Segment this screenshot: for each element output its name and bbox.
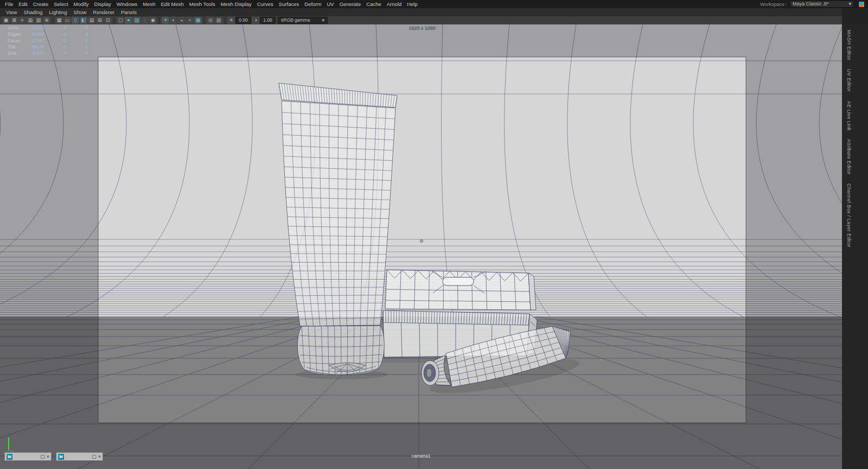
toolbar-separator <box>225 17 225 24</box>
hud-value: 85996 <box>25 31 44 38</box>
hud-value: 0 <box>44 44 66 50</box>
isolate-select-icon[interactable]: ◎ <box>207 17 214 24</box>
use-default-material-icon[interactable]: ◌ <box>141 17 149 24</box>
hud-label: Faces: <box>8 38 25 45</box>
select-camera-icon[interactable]: ▣ <box>2 17 10 24</box>
two-d-pan-zoom-icon[interactable]: ⊕ <box>43 17 50 24</box>
menu-deform[interactable]: Deform <box>302 1 324 7</box>
menu-edit-mesh[interactable]: Edit Mesh <box>158 1 187 7</box>
menu-arnold[interactable]: Arnold <box>384 1 404 7</box>
panel-menu-shading[interactable]: Shading <box>20 9 46 15</box>
right-tool-strip: MASH Editor UV Editor AE Live Link Attri… <box>842 24 868 469</box>
viewport-canvas[interactable] <box>0 24 842 469</box>
maya-logo-icon: M <box>7 454 12 460</box>
textured-icon[interactable]: ▨ <box>133 17 141 24</box>
exposure-field[interactable]: 0.00 <box>235 17 251 24</box>
menu-surfaces[interactable]: Surfaces <box>276 1 302 7</box>
contrast-icon[interactable]: ◑ <box>252 17 259 24</box>
hud-value: 0 <box>66 50 88 57</box>
minimized-window-1[interactable]: M ▢ × <box>4 452 52 461</box>
menu-display[interactable]: Display <box>92 1 114 7</box>
menu-create[interactable]: Create <box>30 1 52 7</box>
tab-channel-box-layer-editor[interactable]: Channel Box / Layer Editor <box>846 183 852 248</box>
maya-logo-icon: M <box>58 454 64 460</box>
lights-icon[interactable]: ☀ <box>162 17 169 24</box>
close-icon[interactable]: × <box>47 454 49 459</box>
hud-row-tris: Tris: 85538 0 0 <box>8 44 88 50</box>
hud-row-faces: Faces: 42767 0 0 <box>8 38 88 45</box>
camera-name-label: camera1 <box>0 453 842 459</box>
hud-value: 85538 <box>25 44 44 50</box>
menu-mesh-tools[interactable]: Mesh Tools <box>187 1 218 7</box>
maya-application-window: { "app": { "workspace_label": "Workspace… <box>0 0 868 469</box>
viewport-panel[interactable] <box>0 24 842 469</box>
minimized-window-2[interactable]: M ▢ × <box>56 452 103 461</box>
xray-icon[interactable]: ▥ <box>215 17 222 24</box>
hud-value: 0 <box>44 50 66 57</box>
gate-mask-icon[interactable]: ◧ <box>80 17 87 24</box>
workspace-dropdown[interactable]: Maya Classic Jt* ▾ <box>790 1 854 8</box>
safe-title-icon[interactable]: ⊡ <box>104 17 112 24</box>
field-chart-icon[interactable]: ▤ <box>88 17 95 24</box>
camera-attributes-icon[interactable]: ≡ <box>18 17 26 24</box>
tab-ae-live-link[interactable]: AE Live Link <box>846 101 852 131</box>
shadows-icon[interactable]: ◐ <box>170 17 177 24</box>
exposure-icon[interactable]: ☀ <box>227 17 235 24</box>
ambient-occlusion-icon[interactable]: ◒ <box>178 17 186 24</box>
workspace-label: Workspace : <box>760 2 787 7</box>
panel-menu-show[interactable]: Show <box>71 9 90 15</box>
menu-modify[interactable]: Modify <box>71 1 92 7</box>
smooth-shade-icon[interactable]: ● <box>125 17 132 24</box>
film-gate-icon[interactable]: ▭ <box>63 17 71 24</box>
panel-menu-panels[interactable]: Panels <box>118 9 140 15</box>
viewport-toolbar: ▣ ⊠ ≡ ▤ ▧ ⊕ ▦ ▭ ▯ ◧ ▤ ⊞ ⊡ ▢ ● ▨ ◌ ◉ ☀ ◐ … <box>0 16 842 24</box>
hud-value: 0 <box>44 38 66 45</box>
tab-uv-editor[interactable]: UV Editor <box>846 69 852 92</box>
menu-curves[interactable]: Curves <box>254 1 276 7</box>
hud-label: Edges: <box>8 31 25 38</box>
image-plane-icon[interactable]: ▧ <box>35 17 42 24</box>
menu-cache[interactable]: Cache <box>363 1 384 7</box>
panel-menu-renderer[interactable]: Renderer <box>90 9 118 15</box>
wireframe-icon[interactable]: ▢ <box>117 17 124 24</box>
view-transform-value: sRGB gamma <box>281 17 310 23</box>
hud-label: Tris: <box>8 44 25 50</box>
restore-icon[interactable]: ▢ <box>40 454 45 459</box>
panel-menu-lighting[interactable]: Lighting <box>46 9 70 15</box>
workspace-icon[interactable] <box>858 1 865 8</box>
wireframe-on-shaded-icon[interactable]: ◉ <box>149 17 157 24</box>
menu-file[interactable]: File <box>2 1 16 7</box>
hud-value: 0 <box>44 31 66 38</box>
hud-value: 42767 <box>25 38 44 45</box>
motion-blur-icon[interactable]: ≈ <box>186 17 194 24</box>
hud-label: UVs: <box>8 50 25 57</box>
menu-generate[interactable]: Generate <box>337 1 364 7</box>
menu-mesh[interactable]: Mesh <box>140 1 158 7</box>
hud-row-uvs: UVs: 46877 0 0 <box>8 50 88 57</box>
workspace-value: Maya Classic Jt* <box>793 1 829 7</box>
hud-value: 0 <box>66 31 88 38</box>
lock-camera-icon[interactable]: ⊠ <box>10 17 18 24</box>
tab-mash-editor[interactable]: MASH Editor <box>846 30 852 60</box>
gamma-field[interactable]: 1.00 <box>260 17 276 24</box>
multisample-icon[interactable]: ▩ <box>194 17 202 24</box>
menu-help[interactable]: Help <box>404 1 420 7</box>
bookmark-icon[interactable]: ▤ <box>27 17 34 24</box>
safe-action-icon[interactable]: ⊞ <box>96 17 104 24</box>
restore-icon[interactable]: ▢ <box>92 454 97 459</box>
menu-uv[interactable]: UV <box>324 1 336 7</box>
resolution-gate-label: 1920 x 1080 <box>0 26 844 31</box>
menu-windows[interactable]: Windows <box>114 1 141 7</box>
panel-menubar: View Shading Lighting Show Renderer Pane… <box>0 8 842 16</box>
menu-select[interactable]: Select <box>51 1 71 7</box>
chevron-down-icon: ▾ <box>848 1 851 7</box>
close-icon[interactable]: × <box>98 454 101 459</box>
view-transform-dropdown[interactable]: sRGB gamma ▾ <box>278 17 328 24</box>
tab-attribute-editor[interactable]: Attribute Editor <box>846 139 852 175</box>
grid-icon[interactable]: ▦ <box>55 17 63 24</box>
menu-mesh-display[interactable]: Mesh Display <box>218 1 254 7</box>
menu-edit[interactable]: Edit <box>16 1 30 7</box>
hud-value: 0 <box>66 38 88 45</box>
panel-menu-view[interactable]: View <box>3 9 20 15</box>
resolution-gate-icon[interactable]: ▯ <box>72 17 79 24</box>
